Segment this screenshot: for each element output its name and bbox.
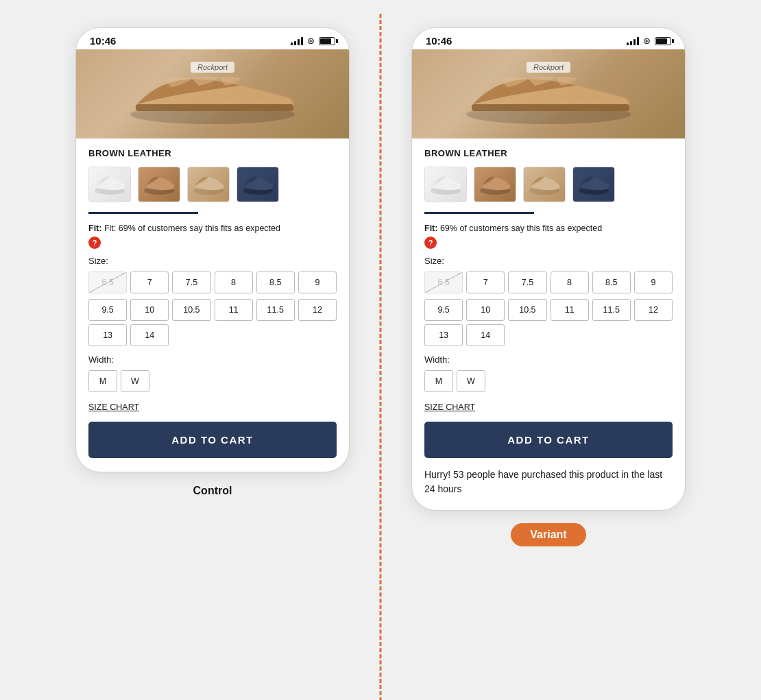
swatch-white-control[interactable] (88, 167, 131, 202)
size-btn-13-variant[interactable]: 13 (424, 324, 463, 346)
control-label-row: Control (193, 485, 232, 497)
size-btn-7-control[interactable]: 7 (130, 271, 169, 293)
time-control: 10:46 (90, 35, 116, 47)
product-content-control: BROWN LEATHER (76, 138, 349, 472)
status-bar-variant: 10:46 ⊛ (412, 28, 685, 49)
ab-test-divider (380, 14, 382, 700)
size-btn-10-control[interactable]: 10 (130, 299, 169, 321)
size-btn-9-5-control[interactable]: 9.5 (88, 299, 127, 321)
variant-label: Variant (511, 523, 585, 546)
fit-text-variant: Fit: 69% of customers say this fits as e… (424, 224, 673, 233)
size-btn-13-control[interactable]: 13 (88, 324, 127, 346)
product-color-control: BROWN LEATHER (88, 148, 337, 158)
size-grid-row2-control: 9.5 10 10.5 11 11.5 12 (88, 299, 337, 321)
size-btn-11-variant[interactable]: 11 (551, 299, 589, 321)
wifi-icon-variant: ⊛ (643, 36, 651, 46)
color-swatches-control[interactable] (88, 167, 337, 202)
battery-icon-variant (655, 37, 671, 45)
signal-icon-variant (627, 37, 639, 45)
swatch-brown-control[interactable] (138, 167, 180, 202)
size-btn-7-variant[interactable]: 7 (466, 271, 505, 293)
wifi-icon: ⊛ (307, 36, 315, 46)
swatch-tan-control[interactable] (187, 167, 230, 202)
width-btn-w-variant[interactable]: W (457, 370, 485, 392)
product-color-variant: BROWN LEATHER (424, 148, 673, 158)
size-grid-row2-variant: 9.5 10 10.5 11 11.5 12 (424, 299, 673, 321)
width-label-variant: Width: (424, 354, 673, 365)
product-content-variant: BROWN LEATHER (412, 138, 685, 510)
signal-icon (291, 37, 303, 45)
control-label: Control (193, 485, 232, 497)
swatch-tan-variant[interactable] (523, 167, 566, 202)
color-swatches-variant[interactable] (424, 167, 673, 202)
swatch-brown-variant[interactable] (474, 167, 516, 202)
status-icons-variant: ⊛ (627, 36, 671, 46)
size-btn-11-5-variant[interactable]: 11.5 (592, 299, 631, 321)
battery-icon (319, 37, 335, 45)
width-label-control: Width: (88, 354, 337, 365)
width-btn-m-variant[interactable]: M (424, 370, 453, 392)
size-grid-row3-control: 13 14 (88, 324, 337, 346)
main-container: 10:46 ⊛ Rockport (0, 14, 761, 700)
hurry-text-variant: Hurry! 53 people have purchased this pro… (424, 468, 673, 496)
width-btn-w-control[interactable]: W (121, 370, 149, 392)
separator-variant (424, 212, 534, 214)
size-btn-8-5-control[interactable]: 8.5 (256, 271, 295, 293)
size-btn-7-5-variant[interactable]: 7.5 (508, 271, 546, 293)
size-btn-11-5-control[interactable]: 11.5 (256, 299, 295, 321)
add-to-cart-btn-control[interactable]: ADD TO CART (88, 422, 337, 458)
width-grid-variant: M W (424, 370, 673, 392)
status-icons-control: ⊛ (291, 36, 335, 46)
shoe-svg-variant (459, 60, 638, 128)
size-btn-9-5-variant[interactable]: 9.5 (424, 299, 463, 321)
size-btn-7-5-control[interactable]: 7.5 (172, 271, 210, 293)
size-btn-12-control[interactable]: 12 (298, 299, 337, 321)
width-btn-m-control[interactable]: M (88, 370, 117, 392)
size-chart-link-control[interactable]: SIZE CHART (88, 402, 139, 412)
shoe-svg-control (123, 60, 302, 128)
size-btn-6-5-variant[interactable]: 6.5 (424, 271, 463, 293)
size-btn-10-variant[interactable]: 10 (466, 299, 505, 321)
help-icon-variant[interactable]: ? (424, 237, 437, 249)
size-btn-14-control[interactable]: 14 (130, 324, 169, 346)
svg-rect-1 (136, 104, 293, 111)
time-variant: 10:46 (426, 35, 452, 47)
control-phone: 10:46 ⊛ Rockport (75, 27, 350, 472)
add-to-cart-btn-variant[interactable]: ADD TO CART (424, 422, 673, 458)
status-bar-control: 10:46 ⊛ (76, 28, 349, 49)
size-btn-11-control[interactable]: 11 (215, 299, 253, 321)
fit-text-control: Fit: Fit: 69% of customers say this fits… (88, 224, 337, 233)
swatch-navy-control[interactable] (237, 167, 279, 202)
svg-rect-7 (472, 104, 629, 111)
shoe-image-variant: Rockport (412, 49, 685, 138)
swatch-navy-variant[interactable] (572, 167, 615, 202)
width-grid-control: M W (88, 370, 337, 392)
size-btn-10-5-variant[interactable]: 10.5 (508, 299, 546, 321)
size-btn-14-variant[interactable]: 14 (466, 324, 505, 346)
shoe-image-control: Rockport (76, 49, 349, 138)
size-btn-9-control[interactable]: 9 (298, 271, 337, 293)
size-btn-12-variant[interactable]: 12 (634, 299, 673, 321)
swatch-white-variant[interactable] (424, 167, 467, 202)
size-btn-8-variant[interactable]: 8 (551, 271, 589, 293)
help-icon-control[interactable]: ? (88, 237, 101, 249)
size-chart-link-variant[interactable]: SIZE CHART (424, 402, 475, 412)
variant-wrapper: 10:46 ⊛ Rockport (380, 27, 716, 546)
size-btn-9-variant[interactable]: 9 (634, 271, 673, 293)
size-grid-row1-control: 6.5 7 7.5 8 8.5 9 (88, 271, 337, 293)
size-btn-6-5-control[interactable]: 6.5 (88, 271, 127, 293)
size-label-variant: Size: (424, 256, 673, 266)
control-wrapper: 10:46 ⊛ Rockport (45, 27, 380, 497)
size-grid-row3-variant: 13 14 (424, 324, 673, 346)
variant-label-row: Variant (511, 523, 585, 546)
size-btn-10-5-control[interactable]: 10.5 (172, 299, 210, 321)
size-label-control: Size: (88, 256, 337, 266)
separator-control (88, 212, 198, 214)
size-btn-8-5-variant[interactable]: 8.5 (592, 271, 631, 293)
variant-phone: 10:46 ⊛ Rockport (411, 27, 686, 511)
size-grid-row1-variant: 6.5 7 7.5 8 8.5 9 (424, 271, 673, 293)
size-btn-8-control[interactable]: 8 (215, 271, 253, 293)
